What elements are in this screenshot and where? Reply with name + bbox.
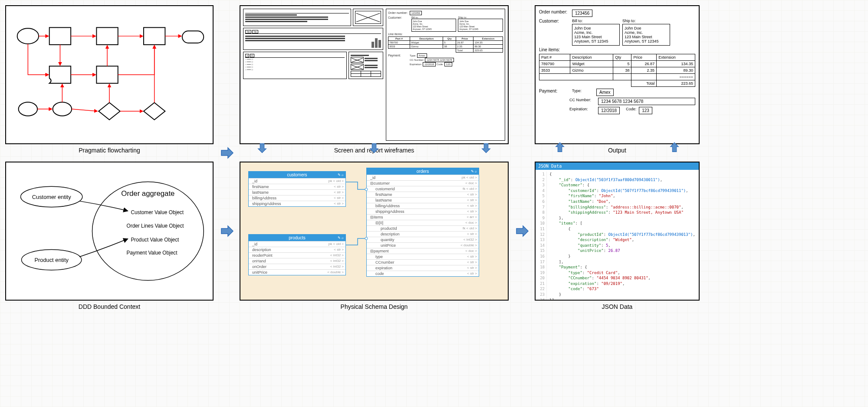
arrow-right-1 [214, 144, 240, 162]
svg-rect-5 [96, 66, 118, 83]
output-customer-label: Customer: [539, 19, 569, 23]
output-type-value: Amex [596, 89, 614, 96]
arrow-up-2 [668, 142, 681, 156]
json-caption: JSON Data [535, 301, 700, 314]
json-header: JSON Data [536, 162, 699, 170]
output-lineitems-label: Line items: [539, 47, 695, 52]
svg-text:Payment Value Object: Payment Value Object [127, 250, 178, 256]
arrow-down-2 [368, 142, 380, 156]
schema-caption: Physical Schema Design [240, 301, 509, 314]
svg-text:Customer Value Object: Customer Value Object [131, 209, 184, 215]
output-panel: Order number:123456 Customer: Bill to:Jo… [535, 5, 700, 144]
edit-icon: ✎ ⌕ [471, 169, 477, 173]
svg-rect-3 [144, 27, 165, 45]
schema-panel: customers✎ ⌕ _idpk < oid >firstName< str… [240, 162, 509, 301]
flowchart-svg [6, 6, 213, 143]
edit-icon: ✎ ⌕ [338, 236, 344, 240]
arrow-right-2 [214, 162, 240, 301]
svg-point-6 [19, 102, 37, 116]
svg-text:Order aggregate: Order aggregate [121, 189, 174, 198]
svg-point-7 [53, 102, 72, 116]
flowchart-caption: Pragmatic flowcharting [5, 144, 214, 162]
flowchart-panel [5, 5, 214, 144]
svg-rect-2 [96, 27, 118, 45]
table-row: 789790Widget526.87134.35 [539, 61, 695, 67]
edit-icon: ✎ ⌕ [338, 173, 344, 177]
output-exp-value: 12/2018 [598, 107, 620, 114]
output-cc-value: 1234 5678 1234 5678 [598, 98, 695, 105]
schema-customers-table: customers✎ ⌕ _idpk < oid >firstName< str… [248, 171, 346, 207]
ddd-panel: Customer entity Product entity Order agg… [5, 162, 214, 301]
arrow-down-1 [256, 142, 268, 156]
output-order-value: 123456 [572, 10, 592, 17]
svg-text:Product entity: Product entity [34, 257, 69, 263]
output-lineitems-table: Part #DescriptionQtyPriceExtension 78979… [539, 54, 695, 87]
output-ship-addr: John DoeAcme, Inc.123 Main StreetAnytown… [622, 24, 670, 46]
svg-rect-1 [49, 27, 71, 45]
svg-line-19 [72, 109, 97, 111]
wf-customer-label: Customer: [388, 16, 410, 32]
svg-point-0 [17, 28, 39, 44]
wireframes-panel: TabTab AB ○ ━━━ □○ ━━━ □○ ━━━ □○ ━━━ □○ … [240, 5, 509, 144]
wf-order-label: Order number: [388, 11, 410, 14]
schema-products-table: products✎ ⌕ _idpk < oid >description< st… [248, 234, 346, 275]
output-payment-label: Payment: [539, 89, 569, 93]
ddd-caption: DDD Bounded Context [5, 301, 214, 314]
output-order-label: Order number: [539, 10, 569, 14]
wf-order-value: 123456 [410, 11, 422, 15]
table-row: 3533Gizmo382.3589.30 [539, 67, 695, 74]
output-billto-label: Bill to: [572, 19, 620, 23]
json-panel: JSON Data 1{2 "_id": ObjectId("503f1f37a… [535, 162, 700, 301]
output-shipto-label: Ship to: [622, 19, 670, 23]
wf-lineitems-table: Part #DescriptionQtyPriceExtension 78979… [388, 36, 503, 53]
arrow-down-3 [480, 142, 492, 156]
arrow-up-1 [554, 142, 566, 156]
svg-text:Order Lines Value Object: Order Lines Value Object [127, 223, 184, 229]
svg-text:Product Value Object: Product Value Object [131, 237, 179, 243]
output-code-value: 123 [639, 107, 652, 114]
svg-marker-9 [144, 103, 165, 120]
svg-marker-8 [99, 103, 120, 120]
output-bill-addr: John DoeAcme, Inc.123 Main StreetAnytown… [572, 24, 620, 46]
arrow-right-3 [509, 162, 535, 301]
svg-rect-4 [182, 31, 204, 43]
svg-text:Customer entity: Customer entity [32, 194, 71, 200]
wf-lineitems-label: Line items: [388, 33, 503, 36]
schema-orders-table: orders✎ ⌕ _idpk < oid >⊟customer< doc >c… [366, 168, 479, 277]
